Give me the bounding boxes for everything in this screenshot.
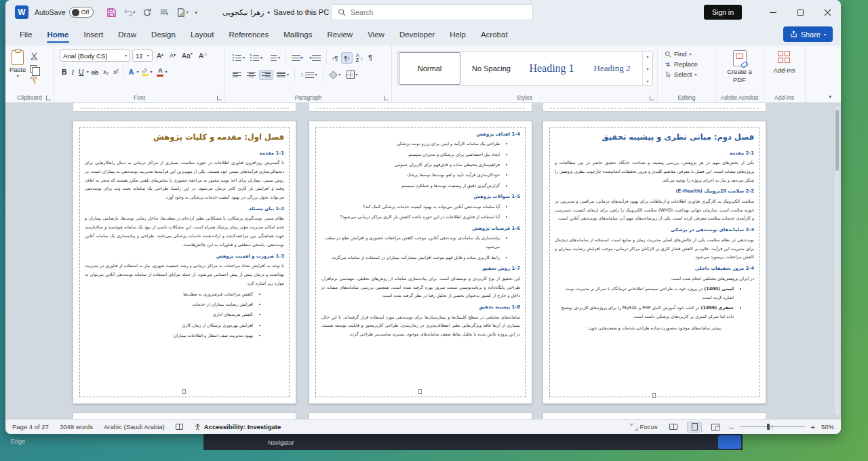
style-normal[interactable]: Normal bbox=[399, 52, 460, 85]
language-status[interactable]: Arabic (Saudi Arabia) bbox=[104, 423, 165, 430]
clear-formatting-button[interactable]: A◇ bbox=[197, 51, 209, 60]
autosave-toggle[interactable]: Off bbox=[69, 7, 94, 18]
copy-button[interactable] bbox=[30, 65, 37, 73]
italic-button[interactable]: I bbox=[70, 68, 77, 77]
minimize-button[interactable] bbox=[760, 0, 787, 24]
font-name-select[interactable]: Arial (Body CS) ▾ bbox=[60, 49, 130, 62]
tab-draw[interactable]: Draw bbox=[111, 26, 144, 43]
styles-dialog-launcher-icon[interactable] bbox=[650, 96, 654, 100]
tab-acrobat[interactable]: Acrobat bbox=[473, 26, 515, 43]
tab-developer[interactable]: Developer bbox=[392, 26, 442, 43]
customize-quick-access-icon[interactable]: ▾ bbox=[195, 10, 198, 15]
web-layout-button[interactable] bbox=[708, 422, 723, 433]
redo-button[interactable] bbox=[142, 7, 153, 18]
tab-references[interactable]: References bbox=[221, 26, 276, 43]
paragraph-dialog-launcher-icon[interactable] bbox=[384, 96, 389, 100]
read-mode-button[interactable] bbox=[666, 422, 681, 433]
maximize-button[interactable] bbox=[787, 0, 814, 24]
style-heading1[interactable]: Heading 1 bbox=[521, 52, 582, 85]
zoom-level[interactable]: 50% bbox=[821, 423, 834, 430]
grow-font-button[interactable]: A▴ bbox=[155, 51, 165, 60]
tab-file[interactable]: File bbox=[12, 26, 40, 43]
numbered-list-button[interactable]: ▾ bbox=[248, 54, 264, 62]
shading-button[interactable]: ▾ bbox=[327, 69, 343, 81]
justify-button[interactable]: ▾ bbox=[275, 71, 291, 79]
format-painter-button[interactable] bbox=[30, 75, 39, 87]
decrease-indent-button[interactable]: ▸ bbox=[290, 54, 306, 62]
style-heading2[interactable]: Heading 2 bbox=[582, 52, 642, 85]
tab-view[interactable]: View bbox=[360, 26, 392, 43]
accessibility-status[interactable]: Accessibility: Investigate bbox=[194, 423, 281, 430]
clipboard-dialog-launcher-icon[interactable] bbox=[46, 96, 51, 100]
superscript-button[interactable]: x² bbox=[111, 68, 121, 76]
vertical-scrollbar[interactable] bbox=[835, 106, 840, 415]
show-hide-pilcrow-button[interactable]: ¶ bbox=[366, 52, 374, 63]
multilevel-list-button[interactable]: ▾ bbox=[266, 54, 282, 62]
strikethrough-button[interactable]: ab bbox=[90, 68, 101, 77]
tab-insert[interactable]: Insert bbox=[76, 26, 111, 43]
quick-access-new-doc-button[interactable]: ▾ bbox=[176, 7, 189, 18]
bold-button[interactable]: B bbox=[60, 67, 69, 77]
zoom-slider-thumb[interactable] bbox=[767, 424, 770, 430]
document-title-control[interactable]: زهرا نیکجویی • Saved to this PC ▾ bbox=[222, 8, 334, 17]
font-dialog-launcher-icon[interactable] bbox=[217, 96, 222, 100]
gallery-more-icon[interactable]: ▾ bbox=[646, 79, 648, 83]
search-input[interactable] bbox=[351, 8, 507, 16]
create-pdf-button[interactable]: Create a PDF bbox=[719, 50, 760, 84]
bullet-list-button[interactable]: ▾ bbox=[231, 54, 247, 62]
styles-gallery-scroll[interactable]: ▴ ▾ ▾ bbox=[642, 52, 652, 85]
print-layout-button[interactable] bbox=[687, 422, 702, 433]
tab-review[interactable]: Review bbox=[319, 26, 360, 43]
tab-help[interactable]: Help bbox=[442, 26, 473, 43]
borders-button[interactable]: ▾ bbox=[344, 69, 360, 80]
scrollbar-thumb[interactable] bbox=[835, 110, 839, 171]
find-button[interactable]: Find ▾ bbox=[665, 50, 713, 58]
shrink-font-button[interactable]: A▾ bbox=[167, 52, 178, 60]
sign-in-button[interactable]: Sign in bbox=[704, 5, 742, 20]
replace-button[interactable]: Replace bbox=[665, 60, 713, 68]
style-no-spacing[interactable]: No Spacing bbox=[461, 52, 521, 85]
document-canvas[interactable]: فصل اول: مقدمه و کلیات پژوهش 1-1 مقدمه ب… bbox=[5, 103, 841, 419]
tab-design[interactable]: Design bbox=[144, 26, 183, 43]
tab-home[interactable]: Home bbox=[40, 26, 77, 43]
autosave-control[interactable]: AutoSave Off bbox=[35, 7, 94, 18]
tab-layout[interactable]: Layout bbox=[183, 26, 222, 43]
collapse-ribbon-icon[interactable]: ▾ bbox=[829, 94, 831, 100]
select-button[interactable]: Select ▾ bbox=[665, 71, 713, 78]
close-button[interactable] bbox=[814, 0, 841, 24]
font-color-button[interactable]: A ▾ bbox=[155, 66, 169, 78]
zoom-in-button[interactable]: + bbox=[811, 423, 815, 431]
align-left-button[interactable] bbox=[231, 71, 243, 79]
underline-button[interactable]: U bbox=[77, 67, 86, 77]
quick-access-table-button[interactable] bbox=[159, 7, 170, 18]
scroll-up-icon[interactable]: ▴ bbox=[646, 54, 648, 58]
text-effects-button[interactable]: A bbox=[127, 67, 136, 77]
document-page-6[interactable]: فصل دوم: مبانی نظری و پیشینه تحقیق 2-1 م… bbox=[542, 121, 766, 404]
ltr-text-direction-button[interactable]: ›¶ bbox=[330, 53, 340, 63]
rtl-text-direction-button[interactable]: ¶‹ bbox=[341, 52, 352, 64]
proofing-status-button[interactable] bbox=[176, 424, 183, 430]
document-page-4[interactable]: فصل اول: مقدمه و کلیات پژوهش 1-1 مقدمه ب… bbox=[73, 121, 296, 404]
paste-button[interactable]: Paste ▾ bbox=[8, 48, 27, 92]
search-box[interactable] bbox=[331, 4, 533, 20]
addins-button[interactable]: Add-ins bbox=[766, 51, 802, 74]
scroll-down-icon[interactable]: ▾ bbox=[646, 66, 648, 71]
highlight-button[interactable]: ▾ bbox=[139, 66, 154, 77]
increase-indent-button[interactable]: ◂ bbox=[307, 54, 323, 62]
tab-mailings[interactable]: Mailings bbox=[276, 26, 319, 43]
word-count-status[interactable]: 3049 words bbox=[60, 423, 93, 430]
share-button[interactable]: Share ▾ bbox=[783, 26, 833, 42]
change-case-button[interactable]: Aa▾ bbox=[180, 51, 195, 60]
document-page-5[interactable]: 1-4 اهداف پژوهش طراحی یک سامانه کارآمد و… bbox=[309, 121, 532, 404]
zoom-out-button[interactable]: – bbox=[729, 423, 733, 431]
focus-button[interactable]: Focus bbox=[631, 423, 658, 430]
page-number-status[interactable]: Page 4 of 27 bbox=[12, 423, 49, 430]
align-right-button[interactable] bbox=[259, 70, 273, 80]
line-spacing-button[interactable]: ↕▾ bbox=[298, 70, 319, 79]
zoom-slider[interactable] bbox=[740, 426, 805, 427]
align-center-button[interactable] bbox=[245, 71, 258, 79]
sort-button[interactable]: AZ ↓ bbox=[354, 52, 366, 64]
cut-button[interactable] bbox=[30, 51, 39, 63]
undo-button[interactable]: ▾ bbox=[123, 7, 136, 18]
subscript-button[interactable]: x₂ bbox=[101, 68, 111, 76]
